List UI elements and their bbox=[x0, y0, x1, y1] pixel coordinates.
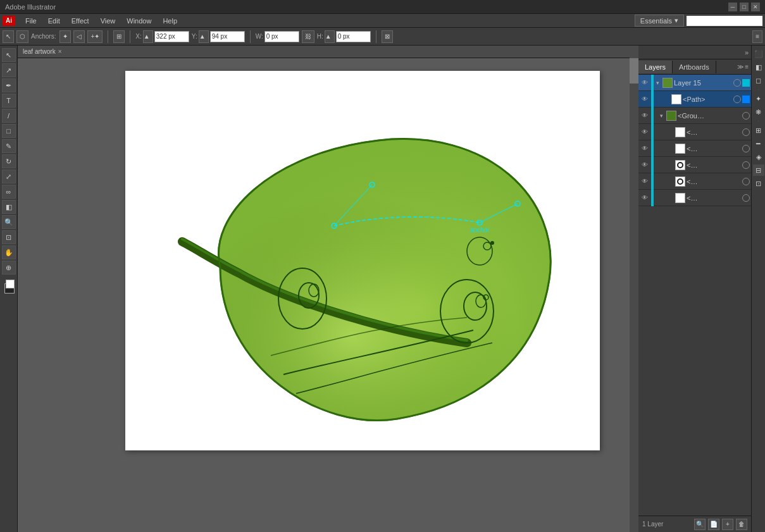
visibility-eye[interactable]: 👁 bbox=[638, 91, 651, 108]
layer-color-bar bbox=[651, 140, 654, 157]
layer-target-btn[interactable] bbox=[742, 128, 750, 136]
stroke-btn[interactable]: ━ bbox=[753, 138, 764, 149]
visibility-eye[interactable]: 👁 bbox=[638, 124, 651, 140]
anchor-options-btn[interactable]: ⬡ bbox=[16, 30, 28, 43]
add-anchor-btn[interactable]: +✦ bbox=[87, 30, 103, 43]
scrollbar-thumb[interactable] bbox=[630, 58, 638, 84]
select-tool-btn[interactable]: ↖ bbox=[3, 30, 14, 43]
layer-color-bar bbox=[651, 157, 654, 173]
layer-row[interactable]: 👁 ▾ Layer 15 bbox=[638, 75, 751, 91]
layer-row[interactable]: 👁 <Path> bbox=[638, 91, 751, 108]
zoom-tool[interactable]: ⊕ bbox=[2, 261, 16, 275]
layers-menu-btn[interactable]: ≫ bbox=[737, 63, 743, 70]
chain-link-btn[interactable]: ⛓ bbox=[302, 30, 314, 43]
menu-window[interactable]: Window bbox=[121, 16, 156, 26]
menu-edit[interactable]: Edit bbox=[43, 16, 65, 26]
brush-tool[interactable]: ✎ bbox=[2, 139, 16, 153]
transparency-btn[interactable]: ◻ bbox=[753, 75, 764, 86]
blend-tool[interactable]: ∞ bbox=[2, 185, 16, 199]
color-swatch-btn[interactable]: ⬛ bbox=[753, 48, 764, 59]
type-tool[interactable]: T bbox=[2, 94, 16, 108]
visibility-eye[interactable]: 👁 bbox=[638, 140, 651, 157]
layer-target-btn[interactable] bbox=[742, 112, 750, 120]
layer-row[interactable]: 👁 <… bbox=[638, 157, 751, 173]
essentials-area: Essentials ▾ bbox=[635, 15, 762, 27]
canvas-tab: leaf artwork × bbox=[18, 46, 638, 58]
h-input[interactable] bbox=[336, 31, 371, 42]
visibility-eye[interactable]: 👁 bbox=[638, 108, 651, 124]
tab-layers[interactable]: Layers bbox=[638, 61, 673, 73]
color-boxes[interactable] bbox=[2, 278, 16, 297]
visibility-eye[interactable]: 👁 bbox=[638, 75, 651, 91]
y-input[interactable] bbox=[210, 31, 245, 42]
visibility-eye[interactable]: 👁 bbox=[638, 157, 651, 173]
layer-row[interactable]: 👁 ▾ <Grou… bbox=[638, 108, 751, 124]
h-step-up[interactable]: ▲ bbox=[325, 30, 335, 43]
tab-close-btn[interactable]: × bbox=[58, 48, 62, 55]
maximize-button[interactable]: □ bbox=[740, 3, 749, 11]
anchor-tool-btn[interactable]: ✦ bbox=[59, 30, 71, 43]
align-btn[interactable]: ⊞ bbox=[753, 125, 764, 136]
menu-file[interactable]: File bbox=[20, 16, 42, 26]
direct-selection-tool[interactable]: ↗ bbox=[2, 63, 16, 77]
delete-layer-btn[interactable]: 🗑 bbox=[736, 519, 747, 530]
rotate-tool[interactable]: ↻ bbox=[2, 154, 16, 168]
menu-effect[interactable]: Effect bbox=[66, 16, 94, 26]
convert-anchor-btn[interactable]: ◁ bbox=[73, 30, 85, 43]
layer-thumbnail bbox=[675, 127, 685, 137]
scale-tool[interactable]: ⤢ bbox=[2, 170, 16, 183]
transform-btn[interactable]: ⊞ bbox=[113, 30, 125, 43]
artboards-btn[interactable]: ⊡ bbox=[753, 178, 764, 189]
window-controls[interactable]: ─ □ ✕ bbox=[728, 3, 760, 11]
layers-btn[interactable]: ⊟ bbox=[753, 164, 764, 176]
search-layers-btn[interactable]: 🔍 bbox=[694, 519, 706, 530]
gradient-btn[interactable]: ◧ bbox=[753, 61, 764, 73]
minimize-button[interactable]: ─ bbox=[728, 3, 737, 11]
layer-target-btn[interactable] bbox=[742, 178, 750, 185]
expand-btn[interactable]: ▾ bbox=[657, 112, 665, 120]
y-step-up[interactable]: ▲ bbox=[199, 30, 209, 43]
menu-help[interactable]: Help bbox=[158, 16, 182, 26]
symbol-library-btn[interactable]: ❋ bbox=[753, 106, 764, 118]
layers-options-btn[interactable]: ≡ bbox=[745, 63, 749, 70]
artboard-tool[interactable]: ⊡ bbox=[2, 230, 16, 244]
gradient-tool[interactable]: ◧ bbox=[2, 200, 16, 214]
layer-indent: ▾ bbox=[657, 112, 665, 120]
layer-row[interactable]: 👁 <… bbox=[638, 140, 751, 157]
eyedropper-tool[interactable]: 🔍 bbox=[2, 215, 16, 229]
layer-row[interactable]: 👁 <… bbox=[638, 173, 751, 190]
line-tool[interactable]: / bbox=[2, 109, 16, 123]
menu-view[interactable]: View bbox=[96, 16, 121, 26]
layer-target-btn[interactable] bbox=[742, 145, 750, 152]
layer-target-btn[interactable] bbox=[742, 194, 750, 202]
layer-target-btn[interactable] bbox=[733, 96, 741, 103]
vertical-scrollbar[interactable] bbox=[630, 46, 638, 532]
w-input[interactable] bbox=[264, 31, 299, 42]
transform-options-btn[interactable]: ⊠ bbox=[382, 30, 393, 43]
hand-tool[interactable]: ✋ bbox=[2, 245, 16, 259]
layer-target-btn[interactable] bbox=[742, 161, 750, 169]
visibility-eye[interactable]: 👁 bbox=[638, 190, 651, 206]
essentials-dropdown[interactable]: Essentials ▾ bbox=[635, 15, 684, 27]
layer-row[interactable]: 👁 <… bbox=[638, 190, 751, 206]
x-input[interactable] bbox=[154, 31, 189, 42]
layer-name: <Path> bbox=[683, 96, 733, 103]
close-button[interactable]: ✕ bbox=[751, 3, 760, 11]
expand-btn[interactable]: ▾ bbox=[654, 79, 661, 87]
layer-target-btn[interactable] bbox=[733, 79, 741, 87]
panel-options-btn[interactable]: ≡ bbox=[752, 30, 762, 43]
add-layer-btn[interactable]: + bbox=[722, 519, 733, 530]
page-layers-btn[interactable]: 📄 bbox=[708, 519, 719, 530]
layer-row[interactable]: 👁 <… bbox=[638, 124, 751, 140]
tab-artboards[interactable]: Artboards bbox=[673, 61, 716, 73]
panel-collapse-btn[interactable]: » bbox=[745, 49, 749, 56]
layer-thumbnail bbox=[675, 144, 685, 154]
brush-library-btn[interactable]: ✦ bbox=[753, 93, 764, 104]
pen-tool[interactable]: ✒ bbox=[2, 78, 16, 92]
x-step-up[interactable]: ▲ bbox=[143, 30, 153, 43]
search-input[interactable] bbox=[687, 16, 762, 26]
shape-tool[interactable]: □ bbox=[2, 124, 16, 138]
visibility-eye[interactable]: 👁 bbox=[638, 173, 651, 190]
appearance-btn[interactable]: ◈ bbox=[753, 151, 764, 163]
selection-tool[interactable]: ↖ bbox=[2, 48, 16, 62]
